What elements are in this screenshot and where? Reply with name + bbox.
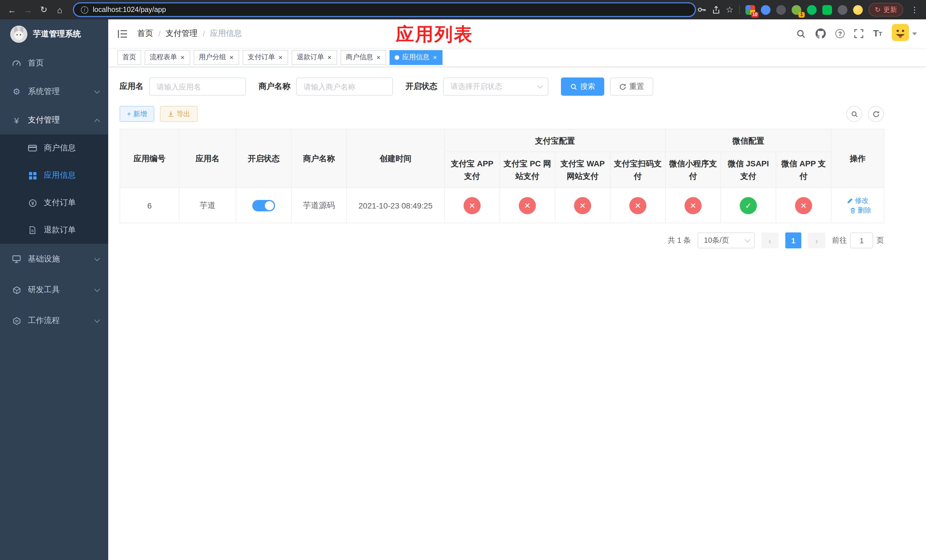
page-size-select[interactable]: 10条/页: [698, 232, 755, 248]
extension-emoji-icon[interactable]: [853, 5, 863, 15]
sidebar-item-home[interactable]: 首页: [0, 49, 108, 77]
refresh-table-button[interactable]: [868, 106, 884, 122]
chevron-down-icon: [744, 237, 750, 242]
status-check-icon: ✓: [740, 197, 757, 214]
tab-process-form[interactable]: 流程表单 ×: [145, 50, 190, 65]
cell-merchant: 芋道源码: [291, 188, 346, 223]
help-icon[interactable]: ?: [835, 29, 844, 38]
app-name-label: 应用名: [120, 82, 144, 92]
user-menu[interactable]: [892, 24, 917, 43]
sidebar-item-refund-order[interactable]: 退款订单: [0, 216, 108, 244]
status-select[interactable]: 请选择开启状态: [443, 77, 548, 96]
extension-translate-icon[interactable]: 1: [791, 5, 801, 15]
sidebar-item-label: 应用信息: [44, 170, 76, 180]
reset-button[interactable]: 重置: [610, 77, 653, 96]
status-cross-icon: ✕: [795, 197, 812, 214]
browser-menu-icon[interactable]: ⋮: [909, 5, 920, 14]
dashboard-icon: [11, 59, 22, 68]
goto-page-input[interactable]: [850, 232, 873, 248]
sidebar-item-workflow[interactable]: 工作流程: [0, 305, 108, 336]
active-tab-dot: [395, 55, 399, 59]
app-name-input[interactable]: [149, 77, 246, 96]
sidebar-item-pay-order[interactable]: 支付订单: [0, 189, 108, 216]
tab-merchant-info[interactable]: 商户信息 ×: [340, 50, 386, 65]
update-reload-icon: ↻: [875, 6, 881, 14]
show-search-toggle-button[interactable]: [846, 106, 862, 122]
cell-wechat-jsapi: ✓: [721, 188, 776, 223]
total-count: 共 1 条: [668, 235, 691, 245]
sidebar-item-app-info[interactable]: 应用信息: [0, 162, 108, 189]
delete-button[interactable]: 删除: [850, 205, 872, 215]
font-size-icon[interactable]: TT: [873, 29, 882, 39]
browser-reload-icon[interactable]: ↻: [36, 2, 51, 17]
chevron-down-icon: [94, 286, 100, 292]
tab-pay-order[interactable]: 支付订单 ×: [243, 50, 288, 65]
sidebar-item-label: 首页: [28, 58, 44, 68]
page-number-button[interactable]: 1: [785, 232, 801, 248]
status-select-placeholder: 请选择开启状态: [451, 82, 502, 92]
close-icon[interactable]: ×: [180, 54, 185, 61]
bookmark-star-icon[interactable]: ☆: [726, 5, 734, 15]
close-icon[interactable]: ×: [432, 54, 437, 61]
tab-label: 支付订单: [248, 52, 275, 62]
address-bar[interactable]: i localhost:1024/pay/app: [73, 2, 696, 17]
tab-user-group[interactable]: 用户分组 ×: [194, 50, 239, 65]
divider: [739, 5, 740, 14]
breadcrumb: 首页 / 支付管理 / 应用信息: [137, 29, 242, 39]
tab-home[interactable]: 首页: [117, 50, 141, 65]
url-text[interactable]: localhost:1024/pay/app: [93, 6, 166, 14]
github-icon[interactable]: [816, 29, 826, 39]
extension-badge: 10: [751, 12, 758, 17]
chevron-down-icon: [94, 317, 100, 322]
prev-page-button[interactable]: ‹: [761, 232, 779, 248]
extension-pin-icon[interactable]: [838, 5, 847, 15]
extension-grid-icon[interactable]: 10: [746, 5, 755, 15]
breadcrumb-payment[interactable]: 支付管理: [166, 29, 198, 39]
search-button[interactable]: 搜索: [561, 77, 604, 96]
close-icon[interactable]: ×: [229, 54, 234, 61]
status-toggle[interactable]: [252, 200, 275, 211]
extension-chat-icon[interactable]: [822, 5, 832, 15]
breadcrumb-home[interactable]: 首页: [137, 29, 153, 39]
sidebar-item-devtools[interactable]: 研发工具: [0, 275, 108, 305]
sidebar-item-merchant-info[interactable]: 商户信息: [0, 135, 108, 162]
sidebar-collapse-icon[interactable]: [117, 29, 128, 38]
browser-home-icon[interactable]: ⌂: [52, 2, 67, 17]
sidebar-item-system[interactable]: ⚙ 系统管理: [0, 77, 108, 106]
close-icon[interactable]: ×: [278, 54, 283, 61]
search-icon[interactable]: [796, 29, 806, 38]
extension-drop-icon[interactable]: [761, 5, 770, 15]
col-wechat-mini: 微信小程序支付: [666, 152, 721, 188]
browser-back-icon[interactable]: ←: [5, 2, 20, 17]
password-key-icon[interactable]: [697, 5, 706, 14]
fullscreen-icon[interactable]: [854, 29, 863, 38]
export-button[interactable]: 导出: [160, 106, 198, 122]
edit-button[interactable]: 修改: [847, 196, 869, 205]
cell-app-id: 6: [120, 188, 179, 223]
site-info-icon[interactable]: i: [81, 6, 88, 14]
tab-label: 用户分组: [199, 52, 226, 62]
tags-view-bar: 首页 流程表单 × 用户分组 × 支付订单 × 退款订单 ×: [108, 48, 926, 67]
col-wechat-app: 微信 APP 支付: [776, 152, 831, 188]
col-alipay-app: 支付宝 APP 支付: [445, 152, 500, 188]
tab-refund-order[interactable]: 退款订单 ×: [292, 50, 337, 65]
close-icon[interactable]: ×: [327, 54, 332, 61]
extension-wechat-icon[interactable]: [807, 5, 817, 15]
app-table: 应用编号 应用名 开启状态 商户名称 创建时间 支付宝配置 微信配置 操作 支付…: [120, 129, 884, 223]
grid-icon: [27, 171, 38, 180]
app-logo-row[interactable]: 芋道管理系统: [0, 20, 108, 49]
tab-app-info[interactable]: 应用信息 ×: [390, 50, 442, 65]
chevron-down-icon: [94, 88, 100, 94]
add-button[interactable]: + 新增: [120, 106, 154, 122]
next-page-button[interactable]: ›: [808, 232, 825, 248]
browser-update-button[interactable]: ↻ 更新: [869, 3, 903, 17]
browser-toolbar-right: ☆ 10 1 ↻ 更新 ⋮: [697, 3, 921, 17]
sidebar-item-payment[interactable]: ¥ 支付管理: [0, 106, 108, 135]
extension-dark-icon[interactable]: [776, 5, 786, 15]
goto-page-group: 前往 页: [832, 232, 884, 248]
merchant-name-input[interactable]: [296, 77, 393, 96]
close-icon[interactable]: ×: [376, 54, 381, 61]
share-icon[interactable]: [711, 5, 720, 14]
browser-forward-icon[interactable]: →: [21, 2, 35, 17]
sidebar-item-infrastructure[interactable]: 基础设施: [0, 244, 108, 275]
